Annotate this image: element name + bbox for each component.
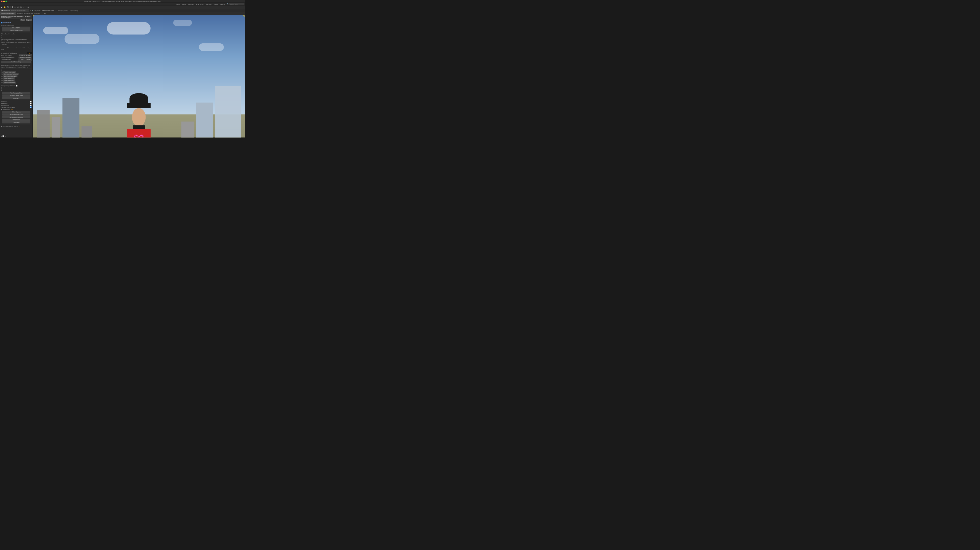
point-track-dropdown[interactable]: Connected Vectors ▼ [19, 54, 32, 56]
point-track-label: Point Track method [1, 54, 18, 56]
source-dropdown[interactable]: Source ▼ [25, 59, 32, 61]
connected-links-dropdown[interactable]: 3. Links ▼ [18, 59, 25, 61]
text-tool[interactable]: T [12, 6, 14, 8]
pre-compose-button[interactable]: Pre-Compose [2, 27, 30, 29]
delete-forward-keyframe-button[interactable]: elete forward keyframe [3, 75, 18, 77]
points-radius-value[interactable]: 10.0 [11, 109, 13, 110]
workspace-tab-keying[interactable]: Keying [220, 3, 226, 5]
min-frame-count-value[interactable]: 0 [19, 125, 19, 127]
footage-tab-label: Footage (none) [58, 10, 68, 11]
separator-3 [1, 51, 32, 52]
workspace-tab-standard[interactable]: Standard [187, 3, 194, 5]
hide-non-moving-checkbox[interactable] [30, 107, 32, 108]
separator-7 [1, 100, 32, 100]
shape-tool[interactable]: ⬡ [20, 6, 22, 8]
vector-track-value: Extremely Accurate [19, 57, 30, 58]
panel-tab-composition[interactable]: ▶ 📷 Composition lockdown-shirt-rooftop ✕ [29, 9, 57, 12]
clear-mesh-button[interactable]: Clear Mesh [2, 121, 30, 124]
hat-brim [130, 93, 148, 104]
merge-points-button[interactable]: Merge Points [2, 119, 30, 121]
sub-tab-comp[interactable]: lockdown-shirt-rooftop › [0, 12, 16, 15]
hand-tool[interactable]: ✋ [3, 6, 6, 8]
hide-non-moving-label: Hide Non-Moving Tracks [1, 107, 29, 108]
antialiasing-row: Antialiasing [0, 103, 33, 105]
min-frame-count-label: ▶ Min frame count for each tra [1, 125, 18, 127]
optional-tracking-filter-button[interactable]: Optional Tracking Filter [2, 29, 30, 32]
puppet-tool[interactable]: ⊕ [27, 6, 29, 8]
panel-tab-effect-controls[interactable]: Effect Controls Stabilized - lockdown-sh… [0, 9, 29, 12]
title-bar: Adobe After Effects 2020 - /Users/hannib… [0, 0, 245, 3]
maximize-button[interactable] [5, 0, 7, 2]
comp-expand-icon: ▶ [30, 10, 31, 11]
vector-track-arrow: ▼ [30, 57, 31, 58]
panel-tab-layer[interactable]: Layer (none) [69, 9, 79, 12]
workspace-tab-libraries[interactable]: Libraries [205, 3, 212, 5]
main-content: lockdown-shirt-rooftop • Stabilized - lo… [0, 15, 245, 138]
full-vector-setup-button[interactable]: Full Vector Setup [1, 61, 32, 63]
lasso-grid-value[interactable]: 20 [27, 52, 32, 54]
brush-tool[interactable]: ✏ [14, 6, 16, 8]
zoom-tool[interactable]: 🔍 [7, 6, 10, 8]
delete-adjust-track-button[interactable]: Delete Adjust track [3, 80, 15, 81]
bake-selected-tracks-button[interactable]: Bake selected tracks [3, 82, 16, 84]
close-button[interactable] [1, 0, 3, 2]
workspace-tab-default[interactable]: Default [175, 3, 181, 5]
point-track-row: Point Track method Connected Vectors ▼ [0, 54, 33, 56]
workspace-tab-lesson[interactable]: Lesson [213, 3, 219, 5]
cloud-3 [107, 22, 151, 35]
right-click-note: Right click EXR in project window. Inter… [0, 64, 33, 68]
step5-checkbox[interactable] [16, 85, 18, 87]
workspace-tab-small-screen[interactable]: Small Screen [195, 3, 205, 5]
lockdown-note: Lockdown Effect must remain selected whi… [0, 47, 33, 51]
stabilized-checkbox[interactable] [30, 101, 32, 103]
selection-tool[interactable]: ▶ [0, 6, 3, 8]
comp-viewer: ⬜ 📷 ⊞ 200% ▼ ⊡ 00138 📷 ⊕ Full ▼ ⊞ Active… [33, 15, 245, 138]
building-right-3 [181, 122, 194, 138]
externalize-selected-1-button[interactable]: xternalize selected point [2, 113, 30, 116]
window-controls[interactable] [1, 0, 7, 2]
search-input[interactable] [229, 3, 244, 5]
sub-tab-stabilized[interactable]: Stabilized - lockdown-shirt-rooftop.mov … [16, 12, 43, 15]
panel-tab-close[interactable]: ✕ [26, 10, 27, 11]
externalize-selected-2-button[interactable]: xternalize selected point [2, 116, 30, 118]
apply-mesh-button[interactable]: pply Mesh on this frame [2, 94, 30, 97]
panel-tab-footage[interactable]: Footage (none) [57, 9, 69, 12]
auto-triangulate-button[interactable]: Auto Triangulate Mesh [2, 92, 30, 94]
pen-tool[interactable]: ✒ [23, 6, 25, 8]
sub-tab-title-label: title [44, 13, 46, 14]
render-points-checkbox[interactable] [30, 105, 32, 107]
minimize-button[interactable] [3, 0, 5, 2]
vector-track-dropdown[interactable]: Extremely Accurate ▼ [18, 57, 32, 59]
select-all-points-button[interactable]: Select all points [2, 111, 30, 113]
comp-tab-label: Composition [33, 10, 41, 11]
effect-title-row: fx Lockdown [0, 22, 33, 24]
building-right-1 [215, 86, 241, 138]
delete-adjust-point-button[interactable]: Delete Adjust point [3, 78, 15, 80]
point-track-arrow: ▼ [30, 54, 31, 56]
sub-tab-stab-arrow: › [41, 13, 41, 14]
press-to-track-button[interactable]: Press to track points [3, 71, 16, 73]
antialiasing-checkbox[interactable] [30, 103, 32, 104]
antialiasing-label: Antialiasing [1, 103, 29, 104]
breadcrumb: lockdown-shirt-rooftop • Stabilized - lo… [1, 16, 32, 18]
delete-backward-keyframe-button[interactable]: elete backward keyframe [3, 73, 19, 75]
sub-tab-stab-label: Stabilized - lockdown-shirt-rooftop.mov [17, 13, 41, 14]
register-button[interactable]: Register [25, 19, 32, 21]
comp-tab-close[interactable]: ✕ [54, 10, 56, 11]
building-1 [37, 110, 49, 138]
toolbar-separator-2 [26, 6, 26, 8]
head [132, 108, 146, 126]
sub-tab-title[interactable]: title [43, 12, 47, 15]
lasso-grid-label: ⊳ Lasso Grid Pixel Distance [1, 53, 26, 54]
effect-enabled-checkbox[interactable] [1, 22, 3, 24]
workspace-tab-learn[interactable]: Learn [181, 3, 187, 5]
vector-track-row: Vector Tracking method Extremely Accurat… [0, 56, 33, 59]
reset-button[interactable]: Reset [21, 19, 25, 21]
point-track-value: Connected Vectors [19, 54, 30, 56]
video-content [33, 15, 245, 138]
layer-tab-label: Layer (none) [70, 10, 78, 11]
connected-vectors-label: Connected Vectors [1, 59, 18, 61]
lockdown-button[interactable]: Lockdown! [2, 97, 30, 99]
step4-1-row: 4.1 elete backward keyframe [0, 73, 33, 75]
eraser-tool[interactable]: ◻ [17, 6, 19, 8]
